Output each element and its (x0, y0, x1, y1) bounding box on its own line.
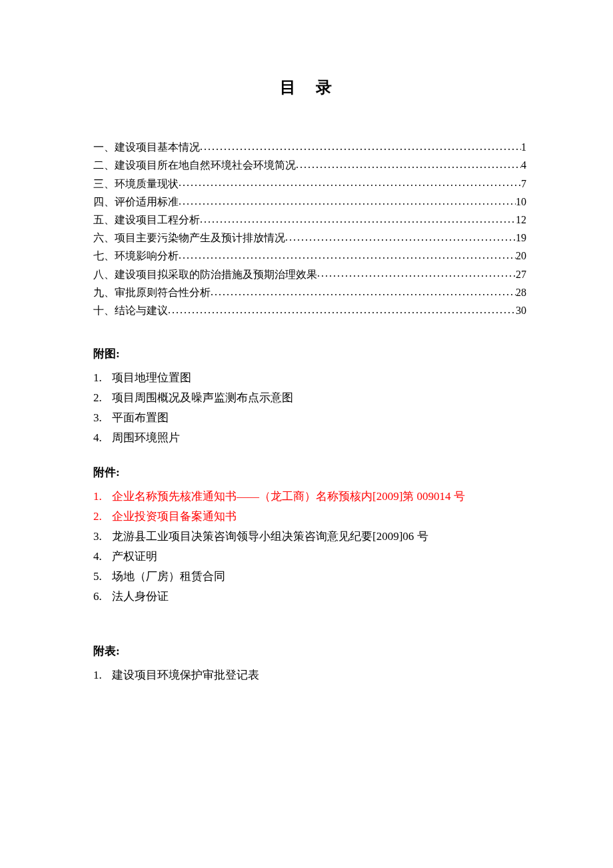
toc-entry: 六、项目主要污染物产生及预计排放情况 19 (93, 229, 526, 247)
toc-leader (179, 193, 516, 205)
list-number: 5. (93, 567, 112, 587)
list-item: 1.建设项目环境保护审批登记表 (93, 665, 526, 685)
toc-entry: 一、建设项目基本情况 1 (93, 138, 526, 156)
toc-entry: 八、建设项目拟采取的防治措施及预期治理效果 27 (93, 265, 526, 283)
toc-leader (296, 156, 521, 169)
toc-entry: 十、结论与建议 30 (93, 301, 526, 319)
toc-leader (285, 229, 516, 241)
toc-entry: 五、建设项目工程分析 12 (93, 211, 526, 229)
toc-leader (179, 247, 516, 259)
list-number: 4. (93, 428, 112, 448)
toc-page: 4 (521, 157, 526, 174)
list-item: 2.项目周围概况及噪声监测布点示意图 (93, 388, 526, 408)
toc-page: 27 (516, 266, 526, 283)
list-number: 3. (93, 527, 112, 547)
list-text: 项目地理位置图 (112, 371, 191, 384)
toc-label: 七、环境影响分析 (93, 247, 179, 265)
list-text: 周围环境照片 (112, 431, 180, 444)
list-item: 1.企业名称预先核准通知书——（龙工商）名称预核内[2009]第 009014 … (93, 487, 526, 507)
list-number: 1. (93, 368, 112, 388)
toc-page: 20 (516, 247, 526, 265)
list-item: 3.平面布置图 (93, 408, 526, 428)
list-number: 2. (93, 388, 112, 408)
toc-entry: 九、审批原则符合性分析 28 (93, 283, 526, 301)
section-heading-futu: 附图: (93, 346, 526, 361)
toc-label: 八、建设项目拟采取的防治措施及预期治理效果 (93, 266, 317, 283)
list-text: 建设项目环境保护审批登记表 (112, 669, 259, 681)
toc-page: 19 (516, 229, 526, 247)
page-title: 目 录 (93, 77, 526, 98)
toc-entry: 四、评价适用标准 10 (93, 193, 526, 211)
toc-entry: 七、环境影响分析 20 (93, 247, 526, 265)
toc-leader (200, 138, 521, 151)
toc-page: 7 (521, 175, 526, 193)
toc-leader (168, 301, 516, 314)
toc-label: 九、审批原则符合性分析 (93, 284, 211, 301)
toc-label: 六、项目主要污染物产生及预计排放情况 (93, 229, 285, 247)
toc-label: 十、结论与建议 (93, 302, 168, 319)
list-text: 产权证明 (112, 550, 157, 563)
list-number: 1. (93, 665, 112, 685)
toc-label: 五、建设项目工程分析 (93, 211, 200, 229)
list-item: 2.企业投资项目备案通知书 (93, 507, 526, 527)
table-of-contents: 一、建设项目基本情况 1 二、建设项目所在地自然环境社会环境简况 4 三、环境质… (93, 138, 526, 319)
toc-page: 10 (516, 193, 526, 211)
list-number: 1. (93, 487, 112, 507)
section-heading-fujian: 附件: (93, 465, 526, 480)
toc-leader (211, 283, 516, 296)
toc-page: 12 (516, 211, 526, 229)
list-text: 法人身份证 (112, 590, 169, 603)
list-number: 4. (93, 547, 112, 567)
toc-page: 1 (521, 139, 526, 156)
list-item: 3.龙游县工业项目决策咨询领导小组决策咨询意见纪要[2009]06 号 (93, 527, 526, 547)
list-item: 5.场地（厂房）租赁合同 (93, 567, 526, 587)
toc-leader (200, 211, 516, 223)
list-number: 6. (93, 587, 112, 607)
list-item: 6.法人身份证 (93, 587, 526, 607)
list-item: 4.产权证明 (93, 547, 526, 567)
list-text: 平面布置图 (112, 411, 169, 424)
toc-leader (317, 265, 516, 277)
list-item: 4.周围环境照片 (93, 428, 526, 448)
toc-label: 一、建设项目基本情况 (93, 139, 200, 156)
list-text: 企业投资项目备案通知书 (112, 510, 237, 523)
list-text: 场地（厂房）租赁合同 (112, 570, 225, 583)
list-number: 2. (93, 507, 112, 527)
toc-label: 二、建设项目所在地自然环境社会环境简况 (93, 157, 296, 174)
toc-label: 三、环境质量现状 (93, 175, 179, 193)
toc-label: 四、评价适用标准 (93, 193, 179, 211)
list-number: 3. (93, 408, 112, 428)
list-text: 企业名称预先核准通知书——（龙工商）名称预核内[2009]第 009014 号 (112, 490, 465, 503)
toc-entry: 三、环境质量现状 7 (93, 174, 526, 192)
list-text: 项目周围概况及噪声监测布点示意图 (112, 391, 293, 404)
toc-page: 30 (516, 302, 526, 319)
toc-leader (179, 174, 521, 187)
list-item: 1.项目地理位置图 (93, 368, 526, 388)
toc-page: 28 (516, 284, 526, 301)
list-text: 龙游县工业项目决策咨询领导小组决策咨询意见纪要[2009]06 号 (112, 530, 428, 543)
section-heading-fubiao: 附表: (93, 643, 526, 659)
toc-entry: 二、建设项目所在地自然环境社会环境简况 4 (93, 156, 526, 174)
